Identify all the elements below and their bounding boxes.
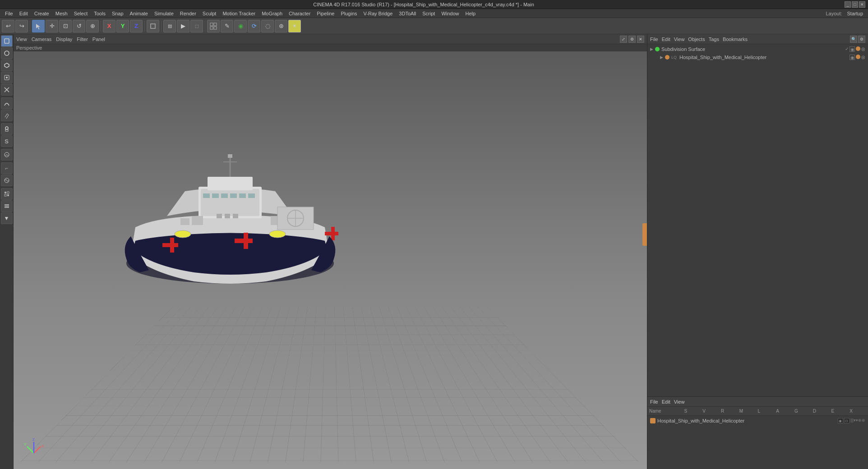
redo-button[interactable]: ↪ <box>15 20 28 32</box>
menu-create[interactable]: Create <box>31 10 52 17</box>
point-mode-button[interactable] <box>1 84 13 96</box>
attr-menu-file[interactable]: File <box>650 399 658 405</box>
menu-render[interactable]: Render <box>177 10 199 17</box>
svg-line-56 <box>27 446 34 453</box>
menu-script[interactable]: Script <box>419 10 438 17</box>
menu-snap[interactable]: Snap <box>109 10 127 17</box>
vp-menu-panel[interactable]: Panel <box>92 37 105 42</box>
right-edge-tab[interactable] <box>642 223 647 246</box>
pen-tool-button[interactable]: ✎ <box>221 20 233 32</box>
menu-mograph[interactable]: MoGraph <box>259 10 286 17</box>
s-letter-button[interactable]: S <box>1 135 13 147</box>
light-button[interactable]: ☀ <box>288 20 301 32</box>
attr-row-ship[interactable]: Hospital_Ship_with_Medical_Helicopter ◉ … <box>648 417 867 425</box>
move-tool-button[interactable]: ✛ <box>46 20 58 32</box>
attr-obj-name: Hospital_Ship_with_Medical_Helicopter <box>657 418 836 423</box>
spline-tool-side-button[interactable] <box>1 97 13 109</box>
stamp-button[interactable] <box>1 123 13 135</box>
obj-menu-bookmarks[interactable]: Bookmarks <box>723 37 748 42</box>
layer-button[interactable] <box>1 200 13 212</box>
obj-item-hospital-ship[interactable]: ▶ LQ Hospital_Ship_with_Medical_Helicopt… <box>655 53 867 61</box>
transform-button[interactable]: ⊕ <box>86 20 99 32</box>
arrow-down-button[interactable]: ▼ <box>1 212 13 224</box>
attr-col-name: Name <box>649 409 683 414</box>
select-object-button[interactable] <box>1 35 13 47</box>
menu-sculpt[interactable]: Sculpt <box>199 10 220 17</box>
vp-menu-view[interactable]: View <box>16 37 27 42</box>
obj-search-icon[interactable]: 🔍 <box>850 36 857 43</box>
svg-rect-42 <box>180 218 189 225</box>
menu-plugins[interactable]: Plugins <box>337 10 360 17</box>
obj-menu-file[interactable]: File <box>650 37 658 42</box>
render-region-button[interactable]: ⬚ <box>190 20 203 32</box>
menu-file[interactable]: File <box>2 10 16 17</box>
x-axis-button[interactable]: X <box>103 20 115 32</box>
obj-menu-tags[interactable]: Tags <box>709 37 719 42</box>
scale-tool-button[interactable]: ⊡ <box>59 20 72 32</box>
attr-menu-edit[interactable]: Edit <box>662 399 670 405</box>
edge-mode-button[interactable] <box>1 72 13 83</box>
undo-button[interactable]: ↩ <box>2 20 14 32</box>
maximize-button[interactable]: □ <box>852 1 858 8</box>
paint-tool-button[interactable] <box>1 110 13 121</box>
obj-menu-view[interactable]: View <box>674 37 685 42</box>
vp-close-button[interactable]: ✕ <box>637 36 644 43</box>
title-bar: CINEMA 4D R17.016 Studio (R17) - [Hospit… <box>0 0 868 9</box>
attr-obj-icons: ◉ ⊡ |||▾▾⊕⊕ <box>838 418 865 423</box>
vp-settings-button[interactable]: ⚙ <box>628 36 636 43</box>
spline-button[interactable]: ◉ <box>234 20 247 32</box>
svg-rect-25 <box>201 189 259 216</box>
obj-manager-header: File Edit View Objects Tags Bookmarks 🔍 … <box>647 34 868 44</box>
svg-rect-43 <box>192 216 203 225</box>
3d-view-button[interactable] <box>207 20 220 32</box>
obj-dot-ship <box>665 55 669 60</box>
obj-menu-edit[interactable]: Edit <box>662 37 670 42</box>
vp-menu-filter[interactable]: Filter <box>77 37 88 42</box>
menu-character[interactable]: Character <box>286 10 314 17</box>
svg-rect-22 <box>5 207 9 208</box>
close-button[interactable]: ✕ <box>859 1 865 8</box>
deformer-button[interactable]: ⟳ <box>248 20 260 32</box>
frame-button[interactable]: ▤ <box>163 20 176 32</box>
vp-menu-cameras[interactable]: Cameras <box>32 37 52 42</box>
cube-button[interactable] <box>147 20 159 32</box>
settings-button[interactable]: ⊛ <box>275 20 287 32</box>
menu-mesh[interactable]: Mesh <box>52 10 71 17</box>
grid-overlay-button[interactable] <box>1 188 13 200</box>
attr-col-e: E <box>831 409 848 414</box>
attr-menu-view[interactable]: View <box>674 399 685 405</box>
menu-vray-bridge[interactable]: V-Ray Bridge <box>360 10 396 17</box>
obj-settings-icon[interactable]: ⚙ <box>858 36 865 43</box>
display-filter-button[interactable]: ◌ <box>261 20 274 32</box>
select-tool-button[interactable] <box>32 20 45 32</box>
l-tool-button[interactable]: ⌐ <box>1 162 13 174</box>
menu-simulate[interactable]: Simulate <box>151 10 177 17</box>
render-button[interactable]: ▶ <box>177 20 189 32</box>
snap-tool-button[interactable] <box>1 175 13 186</box>
polygon-mode-button[interactable] <box>1 60 13 71</box>
attr-col-r: R <box>721 409 738 414</box>
viewport-canvas[interactable]: X Y Z Grid Spacing : 10000 cm <box>14 51 647 469</box>
menu-edit[interactable]: Edit <box>16 10 31 17</box>
vp-expand-button[interactable]: ⤢ <box>620 36 627 43</box>
menu-window[interactable]: Window <box>438 10 462 17</box>
menu-animate[interactable]: Animate <box>127 10 151 17</box>
menu-motion-tracker[interactable]: Motion Tracker <box>219 10 259 17</box>
vp-menu-display[interactable]: Display <box>56 37 72 42</box>
brush-button[interactable] <box>1 149 13 161</box>
rotate-tool-button[interactable]: ↺ <box>73 20 85 32</box>
obj-item-subdivision[interactable]: ▶ Subdivision Surface ✓ ◉ ◎ <box>648 45 867 53</box>
y-axis-button[interactable]: Y <box>116 20 129 32</box>
z-axis-button[interactable]: Z <box>130 20 143 32</box>
obj-tag-icon-ship: ◎ <box>861 55 865 60</box>
obj-manager-content: ▶ Subdivision Surface ✓ ◉ ◎ ▶ LQ Hospita <box>647 44 868 396</box>
minimize-button[interactable]: _ <box>845 1 851 8</box>
menu-3dtoall[interactable]: 3DToAll <box>396 10 419 17</box>
menu-help[interactable]: Help <box>462 10 479 17</box>
obj-menu-objects[interactable]: Objects <box>688 37 705 42</box>
select-mode-button[interactable] <box>1 47 13 59</box>
menu-tools[interactable]: Tools <box>91 10 109 17</box>
menu-select[interactable]: Select <box>71 10 91 17</box>
layout-dropdown[interactable]: Startup <box>844 10 866 17</box>
menu-pipeline[interactable]: Pipeline <box>314 10 337 17</box>
